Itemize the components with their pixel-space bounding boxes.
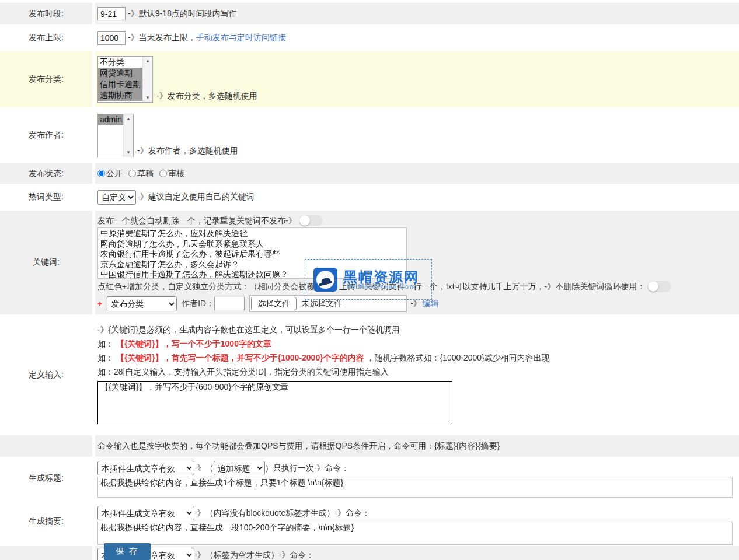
publish-limit-label: 发布上限: (0, 27, 95, 49)
option-admin[interactable]: admin (98, 114, 123, 125)
manual-publish-link[interactable]: 手动发布与定时访问链接 (196, 33, 286, 43)
radio-icon[interactable] (97, 170, 105, 177)
publish-limit-hint: -》当天发布上限， (128, 33, 196, 43)
publish-author-label: 发布作者: (0, 110, 95, 161)
hotword-type-label: 热词类型: (0, 186, 95, 208)
author-id-label: 作者ID： (182, 299, 214, 309)
scroll-down-icon[interactable]: ▼ (126, 150, 131, 155)
radio-label: 公开 (106, 169, 123, 179)
multiselect-scrollbar[interactable]: ▲ ▼ (142, 57, 152, 102)
row-publish-author: 发布作者: admin ▲ ▼ -》发布作者，多选随机使用 (0, 110, 739, 161)
row-publish-time: 发布时段: -》默认9-18点的时间段内写作 (0, 3, 739, 24)
hotword-type-select[interactable]: 自定义 (97, 190, 136, 205)
scroll-up-icon[interactable]: ▲ (126, 116, 131, 121)
row-publish-limit: 发布上限: -》当天发布上限， 手动发布与定时访问链接 (0, 27, 739, 49)
row-qps-note: 命令输入也是按字收费的，每个功能都会叠加QPS与费用，请根据QPS条件开启，命令… (0, 435, 739, 457)
auto-delete-toggle-text: 发布一个就会自动删除一个，记录重复关键词不发布-》 (97, 216, 297, 225)
row-gen-summary: 生成摘要: 本插件生成文章有效 -》（内容没有blockquote标签才生成）-… (0, 500, 739, 543)
loop-keywords-toggle[interactable] (647, 281, 671, 292)
heimao-logo-icon (313, 268, 337, 292)
settings-page: 发布时段: -》默认9-18点的时间段内写作 发布上限: -》当天发布上限， 手… (0, 0, 739, 560)
publish-category-label: 发布分类: (0, 51, 95, 107)
author-id-input[interactable] (214, 297, 245, 310)
edit-link[interactable]: 编辑 (423, 299, 439, 309)
option-逾期协商[interactable]: 逾期协商 (98, 90, 142, 101)
scroll-up-icon[interactable]: ▲ (145, 58, 150, 64)
status-radio-公开[interactable]: 公开 (97, 169, 123, 179)
radio-label: 审核 (168, 169, 184, 179)
row-gen-title: 生成标题: 本插件生成文章有效 -》（ 追加标题 ）只执行一次-》命令： 根据我… (0, 459, 739, 498)
publish-time-label: 发布时段: (0, 3, 95, 24)
publish-time-hint: -》默认9-18点的时间段内写作 (128, 9, 237, 19)
gen-title-mid2: ）只执行一次-》命令： (265, 463, 350, 474)
example-red-1: 【{关键词}】，写一个不少于1000字的文章 (116, 339, 271, 348)
choose-file-button[interactable]: 选择文件 (251, 297, 297, 310)
author-multiselect[interactable]: admin ▲ ▼ (97, 114, 134, 158)
hotword-type-hint: -》建议自定义使用自己的关键词 (137, 192, 255, 202)
define-input-textarea[interactable]: 【{关键词}】，并写不少于{600-900}个字的原创文章 (97, 381, 452, 424)
option-网贷逾期[interactable]: 网贷逾期 (98, 68, 142, 79)
empty-label (0, 435, 95, 457)
row-publish-status: 发布状态: 公开草稿审核 (0, 163, 739, 184)
define-input-line4: 如：28|自定义输入，支持输入开头指定分类ID|，指定分类的关键词使用指定输入 (97, 365, 739, 379)
example-prefix: 如： (97, 339, 114, 348)
radio-icon[interactable] (159, 170, 167, 177)
example-prefix: 如： (97, 353, 114, 362)
row-define-input: 定义输入: -》{关键词}是必须的，生成内容字数也在这里定义，可以设置多个一行一… (0, 317, 739, 433)
publish-author-hint: -》发布作者，多选随机使用 (137, 146, 238, 156)
row-hotword-type: 热词类型: 自定义 -》建议自定义使用自己的关键词 (0, 186, 739, 208)
watermark-subtitle: HeiMaoZiYuan.Com (343, 283, 419, 290)
scroll-down-icon[interactable]: ▼ (145, 95, 150, 100)
qps-note-text: 命令输入也是按字收费的，每个功能都会叠加QPS与费用，请根据QPS条件开启，命令… (97, 441, 500, 452)
gen-summary-mode-select[interactable]: 本插件生成文章有效 (97, 506, 194, 520)
status-radio-审核[interactable]: 审核 (159, 169, 184, 179)
publish-category-hint: -》发布分类，多选随机使用 (156, 91, 257, 102)
publish-time-input[interactable] (97, 7, 126, 20)
radio-icon[interactable] (128, 170, 136, 177)
gen-summary-command-textarea[interactable]: 根据我提供给你的内容，直接生成一段100-200个字的摘要，\n\n{标题} (97, 522, 733, 545)
status-radio-草稿[interactable]: 草稿 (128, 169, 154, 179)
option-信用卡逾期[interactable]: 信用卡逾期 (98, 79, 142, 90)
auto-delete-toggle[interactable] (299, 215, 323, 226)
define-input-label: 定义输入: (0, 317, 95, 433)
gen-title-mode-select[interactable]: 本插件生成文章有效 (97, 461, 194, 475)
example-red-2: 【{关键词}】，首先写一个标题，并写不少于{1000-2000}个字的内容 (116, 353, 364, 362)
gen-title-command-textarea[interactable]: 根据我提供给你的内容，直接生成1个标题，只要1个标题 \n\n{标题} (97, 477, 733, 498)
publish-limit-input[interactable] (97, 32, 126, 45)
option-不分类[interactable]: 不分类 (98, 57, 142, 68)
radio-label: 草稿 (137, 169, 154, 179)
keyword-category-select[interactable]: 发布分类 (107, 296, 177, 312)
keywords-label: 关键词: (0, 211, 95, 314)
file-status-text: 未选择文件 (301, 299, 342, 309)
empty-label (0, 546, 95, 560)
edit-arrow: -》 (410, 299, 421, 309)
publish-status-label: 发布状态: (0, 163, 95, 184)
gen-title-append-select[interactable]: 追加标题 (214, 461, 265, 475)
watermark-title: 黑帽资源网 (343, 270, 419, 285)
gen-summary-mid: -》（内容没有blockquote标签才生成）-》命令： (194, 508, 370, 519)
define-input-line1: -》{关键词}是必须的，生成内容字数也在这里定义，可以设置多个一行一个随机调用 (97, 323, 739, 337)
gen-tag-mid: -》（标签为空才生成）-》命令： (194, 550, 314, 560)
gen-summary-label: 生成摘要: (0, 500, 95, 543)
status-radio-group: 公开草稿审核 (95, 163, 739, 184)
gen-title-label: 生成标题: (0, 459, 95, 498)
example-suffix: ，随机字数格式如：{1000-2000}减少相同内容出现 (367, 353, 550, 362)
category-multiselect[interactable]: 不分类网贷逾期信用卡逾期逾期协商 ▲ ▼ (97, 56, 153, 103)
save-button[interactable]: 保 存 (104, 543, 151, 560)
add-category-button[interactable]: + (97, 299, 102, 309)
gen-title-mid1: -》（ (194, 463, 214, 474)
watermark: 黑帽资源网 HeiMaoZiYuan.Com (305, 259, 432, 300)
multiselect-scrollbar[interactable]: ▲ ▼ (123, 114, 133, 157)
row-publish-category: 发布分类: 不分类网贷逾期信用卡逾期逾期协商 ▲ ▼ -》发布分类，多选随机使用 (0, 51, 739, 107)
